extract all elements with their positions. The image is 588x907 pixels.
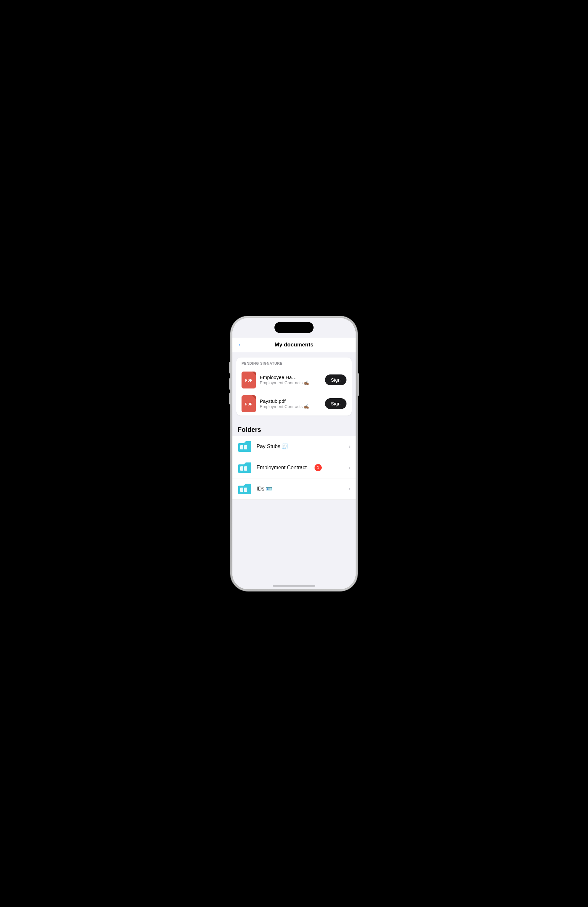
folder-name-employment: Employment Contract… [256,465,312,471]
item-subtitle-2: Employment Contracts ✍🏾 [260,404,321,409]
svg-rect-2 [240,466,243,471]
folder-name-pay-stubs: Pay Stubs 🧾 [256,443,288,449]
svg-rect-1 [244,445,247,449]
pending-item-1: PDF Emplooyee Ha… Employment Contracts ✍… [236,368,352,392]
chevron-ids: › [349,486,350,492]
svg-rect-3 [244,466,247,471]
item-info-2: Paystub.pdf Employment Contracts ✍🏾 [260,398,321,409]
sign-button-1[interactable]: Sign [325,375,346,385]
pdf-icon-1: PDF [242,372,256,388]
svg-rect-4 [240,487,243,492]
chevron-employment: › [349,465,350,471]
chevron-pay-stubs: › [349,444,350,449]
pdf-icon-2: PDF [242,395,256,412]
folder-item-ids[interactable]: IDs 🪪 › [232,478,356,500]
folders-header: Folders [232,421,356,436]
back-button[interactable]: ← [238,341,244,348]
employment-badge: 1 [314,464,322,471]
folders-list: Pay Stubs 🧾 › Employment Contract… [232,436,356,500]
item-name-2: Paystub.pdf [260,398,321,404]
dynamic-island [274,322,314,333]
pdf-label-1: PDF [245,379,252,382]
sign-button-2[interactable]: Sign [325,398,346,409]
item-info-1: Emplooyee Ha… Employment Contracts ✍🏾 [260,375,321,385]
folder-icon-employment [238,462,252,474]
pending-signature-card: PENDING SIGNATURE PDF Emplooyee Ha… Empl… [236,357,352,415]
item-name-1: Emplooyee Ha… [260,375,321,380]
home-indicator [273,585,315,587]
pdf-label-2: PDF [245,402,252,406]
folder-label-ids: IDs 🪪 [256,486,344,492]
folder-label-employment: Employment Contract… 1 [256,464,344,471]
pending-signature-header: PENDING SIGNATURE [236,357,352,368]
svg-rect-5 [244,487,247,492]
folder-label-pay-stubs: Pay Stubs 🧾 [256,443,344,449]
item-subtitle-1: Employment Contracts ✍🏾 [260,380,321,385]
svg-rect-0 [240,445,243,449]
page-title: My documents [274,341,313,348]
folder-item-employment[interactable]: Employment Contract… 1 › [232,457,356,478]
folder-name-ids: IDs 🪪 [256,486,272,492]
page-header: ← My documents [232,338,356,352]
pending-item-2: PDF Paystub.pdf Employment Contracts ✍🏾 … [236,392,352,415]
folder-icon-pay-stubs [238,441,252,452]
folder-icon-ids [238,483,252,495]
folder-item-pay-stubs[interactable]: Pay Stubs 🧾 › [232,436,356,457]
